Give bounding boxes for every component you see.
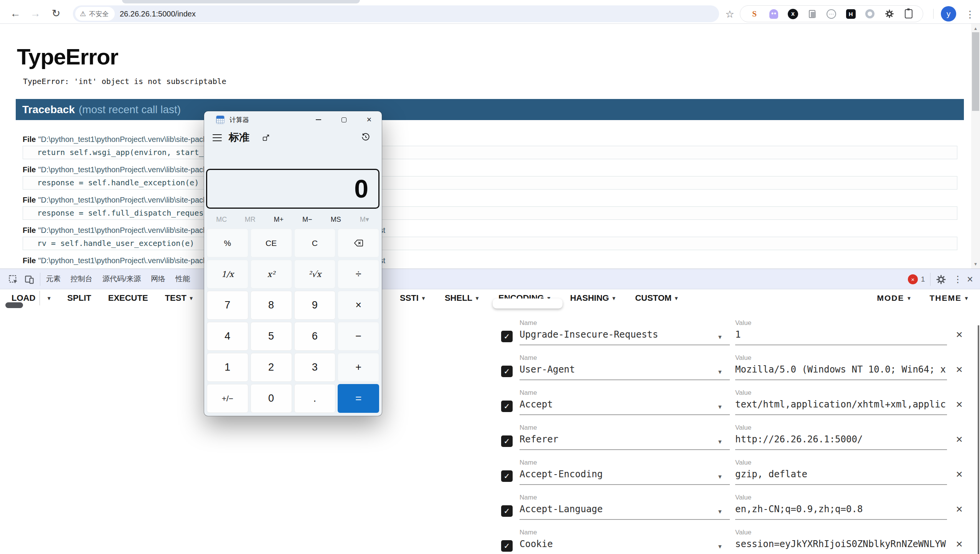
calc-key-=[interactable]: = — [338, 384, 379, 413]
header-value-input[interactable]: http://26.26.26.1:5000/ — [735, 434, 949, 445]
header-enabled-checkbox[interactable]: ✓ — [501, 505, 513, 517]
maximize-icon[interactable] — [333, 111, 355, 128]
calc-key-6[interactable]: 6 — [294, 322, 336, 351]
traceback-code-line[interactable]: response = self.handle_exception(e) — [23, 176, 957, 190]
calc-key-+/−[interactable]: +/− — [207, 384, 248, 413]
memory-MS[interactable]: MS — [322, 213, 350, 226]
delete-header-icon[interactable]: × — [952, 467, 967, 482]
name-dropdown-icon[interactable]: ▾ — [718, 508, 722, 516]
memory-MC[interactable]: MC — [207, 213, 236, 226]
devtools-tab-4[interactable]: 网络 — [151, 274, 165, 284]
drag-handle[interactable] — [5, 302, 23, 308]
calculator-mode-label[interactable]: 标准 — [229, 130, 249, 144]
address-bar[interactable]: ⚠ 不安全 26.26.26.1:5000/index — [73, 5, 719, 22]
chat-search-extension-icon[interactable]: ⋯ — [826, 8, 837, 20]
back-icon[interactable]: ← — [7, 5, 24, 22]
memory-M+[interactable]: M+ — [264, 213, 293, 226]
chrome-menu-icon[interactable]: ⋮ — [963, 7, 977, 22]
close-icon[interactable]: × — [358, 111, 380, 128]
calc-key-9[interactable]: 9 — [294, 291, 336, 320]
bookmark-star-icon[interactable]: ☆ — [722, 7, 737, 22]
menu-shell[interactable]: SHELL▾ — [445, 293, 478, 303]
hackbar-h-extension-icon[interactable]: H — [845, 8, 856, 20]
calculator-menu-icon[interactable] — [213, 134, 222, 141]
scrollbar-up-icon[interactable]: ▲ — [971, 25, 980, 31]
header-name-input[interactable]: User-Agent — [520, 364, 730, 375]
header-value-input[interactable]: text/html,application/xhtml+xml,applic — [735, 399, 949, 410]
menu-mode[interactable]: MODE▾ — [877, 293, 911, 303]
s-link-extension-icon[interactable]: S — [749, 8, 760, 20]
header-enabled-checkbox[interactable]: ✓ — [501, 540, 513, 552]
menu-test[interactable]: TEST▾ — [165, 293, 193, 303]
header-enabled-checkbox[interactable]: ✓ — [501, 470, 513, 482]
clipboard-extension-icon[interactable] — [903, 8, 914, 20]
devtools-tab-2[interactable]: 控制台 — [71, 274, 92, 284]
name-dropdown-icon[interactable]: ▾ — [718, 403, 722, 411]
inactive-tab[interactable] — [122, 0, 360, 3]
devtools-menu-icon[interactable]: ⋮ — [952, 274, 963, 285]
keep-on-top-icon[interactable] — [262, 134, 270, 143]
calc-key-−[interactable]: − — [338, 322, 379, 351]
device-toolbar-icon[interactable] — [24, 274, 35, 285]
calc-key-+[interactable]: + — [338, 353, 379, 382]
name-dropdown-icon[interactable]: ▾ — [718, 333, 722, 341]
calc-key-7[interactable]: 7 — [207, 291, 248, 320]
delete-header-icon[interactable]: × — [952, 536, 967, 552]
traceback-code-line[interactable]: return self.wsgi_app(environ, start_resp… — [23, 146, 957, 159]
header-name-input[interactable]: Upgrade-Insecure-Requests — [520, 329, 730, 340]
site-security-chip[interactable]: ⚠ 不安全 — [75, 7, 115, 21]
menu-ssti[interactable]: SSTI▾ — [400, 293, 425, 303]
calc-key-3[interactable]: 3 — [294, 353, 336, 382]
header-name-input[interactable]: Accept — [520, 399, 730, 410]
calc-key-8[interactable]: 8 — [251, 291, 292, 320]
menu-theme[interactable]: THEME▾ — [929, 293, 968, 303]
calc-key-0[interactable]: 0 — [251, 384, 292, 413]
calc-key-÷[interactable]: ÷ — [338, 260, 379, 289]
header-name-input[interactable]: Cookie — [520, 539, 730, 549]
traceback-code-line[interactable]: response = self.full_dispatch_request() — [23, 206, 957, 220]
calc-key-²√x[interactable]: ²√x — [294, 260, 336, 289]
history-icon[interactable] — [361, 132, 371, 143]
panel-scrollbar-thumb[interactable] — [978, 325, 979, 554]
calc-key-1/x[interactable]: 1/x — [207, 260, 248, 289]
devtools-close-icon[interactable]: × — [963, 273, 977, 286]
calc-key-CE[interactable]: CE — [251, 229, 292, 257]
header-name-input[interactable]: Accept-Language — [520, 504, 730, 514]
header-value-input[interactable]: session=eyJkYXRhIjoiS0ZNblkyRnNZeWNLYW — [735, 539, 949, 549]
delete-header-icon[interactable]: × — [952, 501, 967, 517]
memory-M−[interactable]: M− — [293, 213, 322, 226]
calc-key-backspace[interactable] — [338, 229, 379, 257]
calc-key-2[interactable]: 2 — [251, 353, 292, 382]
devtools-tab-3[interactable]: 源代码/来源 — [102, 274, 141, 284]
devtools-tab-1[interactable]: 元素 — [46, 274, 61, 284]
name-dropdown-icon[interactable]: ▾ — [718, 368, 722, 376]
calculator-titlebar[interactable]: 计算器 × — [204, 111, 382, 128]
calc-key-4[interactable]: 4 — [207, 322, 248, 351]
header-value-input[interactable]: Mozilla/5.0 (Windows NT 10.0; Win64; x — [735, 364, 949, 375]
delete-header-icon[interactable]: × — [952, 327, 967, 342]
devtools-tab-5[interactable]: 性能 — [175, 274, 190, 284]
header-enabled-checkbox[interactable]: ✓ — [501, 401, 513, 412]
menu-hashing[interactable]: HASHING▾ — [570, 293, 615, 303]
calc-key-×[interactable]: × — [338, 291, 379, 320]
delete-header-icon[interactable]: × — [952, 397, 967, 412]
x-app-extension-icon[interactable]: x — [787, 8, 799, 20]
scrollbar-thumb[interactable] — [972, 32, 979, 111]
calc-key-C[interactable]: C — [294, 229, 336, 257]
header-value-input[interactable]: gzip, deflate — [735, 469, 949, 480]
name-dropdown-icon[interactable]: ▾ — [718, 542, 722, 551]
header-enabled-checkbox[interactable]: ✓ — [501, 435, 513, 447]
delete-header-icon[interactable]: × — [952, 432, 967, 447]
forward-icon[interactable]: → — [27, 5, 44, 22]
browser-scrollbar[interactable]: ▲ ▼ — [971, 24, 980, 269]
calc-key-.[interactable]: . — [294, 384, 336, 413]
header-name-input[interactable]: Referer — [520, 434, 730, 445]
inspect-element-icon[interactable] — [8, 274, 18, 285]
calc-key-5[interactable]: 5 — [251, 322, 292, 351]
menu-custom[interactable]: CUSTOM▾ — [635, 293, 678, 303]
calc-key-%[interactable]: % — [207, 229, 248, 257]
traceback-code-line[interactable]: rv = self.handle_user_exception(e) — [23, 237, 957, 250]
ghost-extension-icon[interactable] — [768, 8, 779, 20]
header-name-input[interactable]: Accept-Encoding — [520, 469, 730, 480]
url-text[interactable]: 26.26.26.1:5000/index — [120, 5, 196, 22]
